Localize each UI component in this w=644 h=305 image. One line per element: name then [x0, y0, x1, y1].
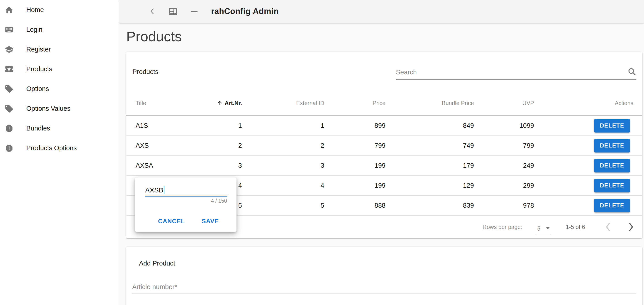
edit-title-popup: AXSB 4 / 150 CANCEL SAVE — [135, 177, 236, 232]
cell-bundle-price: 749 — [386, 142, 474, 149]
sidebar-item-label: Bundles — [26, 125, 50, 132]
report-icon — [4, 124, 14, 133]
column-header-external-id[interactable]: External ID — [242, 100, 324, 106]
cell-price: 799 — [324, 142, 386, 149]
cell-price: 199 — [324, 162, 386, 169]
table-header-row: Title Art.Nr. External ID Price Bundle P… — [126, 91, 642, 116]
previous-page-icon[interactable] — [605, 222, 611, 232]
sort-arrow-up-icon — [216, 100, 223, 106]
tag-icon — [4, 84, 14, 94]
table-row: AXS 2 2 799 749 799 DELETE — [126, 136, 642, 156]
sidebar-item-label: Register — [26, 46, 51, 53]
page-content: Products Products Title Art.Nr. E — [119, 28, 644, 305]
search-field — [396, 65, 636, 80]
cell-external-id: 3 — [242, 162, 324, 169]
table-row: AXSA 3 3 199 179 249 DELETE — [126, 156, 642, 176]
home-icon — [4, 6, 14, 15]
character-counter: 4 / 150 — [145, 198, 227, 204]
delete-button[interactable]: DELETE — [594, 199, 630, 212]
school-icon — [4, 45, 14, 54]
products-card-title: Products — [132, 68, 158, 76]
article-number-field — [132, 281, 636, 293]
cell-uvp: 249 — [474, 162, 534, 169]
sidebar-item-label: Login — [26, 26, 42, 33]
rows-per-page-label: Rows per page: — [482, 224, 522, 230]
cell-bundle-price: 839 — [386, 202, 474, 209]
ticket-star-icon — [4, 65, 14, 74]
cell-title[interactable]: AXSA — [126, 162, 194, 169]
search-icon[interactable] — [628, 67, 636, 77]
cell-uvp: 299 — [474, 182, 534, 189]
pagination-range-label: 1-5 of 6 — [566, 224, 585, 230]
main-area: rahConfig Admin Products Products Title — [119, 0, 644, 305]
delete-button[interactable]: DELETE — [594, 159, 630, 172]
sidebar-item-label: Options Values — [26, 105, 70, 112]
cell-price: 888 — [324, 202, 386, 209]
cell-uvp: 978 — [474, 202, 534, 209]
table-row: A1S 1 1 899 849 1099 DELETE — [126, 116, 642, 136]
cell-title[interactable]: AXS — [126, 142, 194, 149]
cell-artnr: 3 — [194, 162, 242, 169]
app-title: rahConfig Admin — [211, 7, 279, 16]
menu-icon[interactable] — [127, 9, 135, 14]
sidebar-item-options[interactable]: Options — [0, 79, 118, 99]
cell-uvp: 1099 — [474, 122, 534, 129]
layout-panel-icon[interactable] — [168, 8, 178, 15]
cell-external-id: 4 — [242, 182, 324, 189]
sidebar-item-bundles[interactable]: Bundles — [0, 118, 118, 138]
cell-price: 899 — [324, 122, 386, 129]
sidebar-item-label: Home — [26, 6, 44, 14]
cell-external-id: 5 — [242, 202, 324, 209]
sidebar-item-home[interactable]: Home — [0, 0, 118, 20]
column-header-actions: Actions — [534, 100, 633, 106]
cancel-button[interactable]: CANCEL — [154, 215, 189, 228]
cell-bundle-price: 849 — [386, 122, 474, 129]
tag-icon — [4, 104, 14, 113]
dropdown-arrow-icon — [545, 227, 550, 230]
products-card-header: Products — [126, 52, 642, 80]
sidebar-item-register[interactable]: Register — [0, 40, 118, 59]
right-menu-icon[interactable] — [634, 9, 641, 14]
column-header-uvp[interactable]: UVP — [474, 100, 534, 106]
sidebar-item-label: Products Options — [26, 144, 77, 152]
keyboard-icon — [4, 25, 14, 34]
sidebar: Home Login Register Products Options Opt… — [0, 0, 119, 305]
back-chevron-icon[interactable] — [149, 8, 156, 15]
cell-artnr: 1 — [194, 122, 242, 129]
delete-button[interactable]: DELETE — [594, 139, 630, 153]
cell-external-id: 1 — [242, 122, 324, 129]
column-header-title[interactable]: Title — [126, 100, 194, 106]
sidebar-item-options-values[interactable]: Options Values — [0, 99, 118, 118]
sidebar-item-products-options[interactable]: Products Options — [0, 138, 118, 158]
cell-bundle-price: 179 — [386, 162, 474, 169]
cell-artnr: 2 — [194, 142, 242, 149]
add-product-card: Add Product — [126, 247, 642, 305]
cell-price: 199 — [324, 182, 386, 189]
column-header-price[interactable]: Price — [324, 100, 386, 106]
text-cursor — [164, 186, 164, 194]
sidebar-item-products[interactable]: Products — [0, 59, 118, 79]
next-page-icon[interactable] — [628, 222, 634, 232]
delete-button[interactable]: DELETE — [594, 119, 630, 133]
app-toolbar: rahConfig Admin — [119, 0, 644, 23]
cell-bundle-price: 129 — [386, 182, 474, 189]
column-header-artnr-sorted[interactable]: Art.Nr. — [194, 100, 242, 106]
sidebar-item-login[interactable]: Login — [0, 20, 118, 40]
add-product-title: Add Product — [126, 247, 642, 267]
search-input[interactable] — [396, 69, 628, 76]
cell-title[interactable]: A1S — [126, 122, 194, 129]
minimize-icon[interactable] — [191, 11, 198, 12]
report-icon — [4, 144, 14, 153]
page-title: Products — [126, 28, 642, 45]
cell-external-id: 2 — [242, 142, 324, 149]
delete-button[interactable]: DELETE — [594, 179, 630, 192]
cell-uvp: 799 — [474, 142, 534, 149]
rows-per-page-select[interactable]: 5 — [536, 224, 551, 235]
edit-title-input[interactable]: AXSB — [145, 184, 227, 196]
save-button[interactable]: SAVE — [198, 215, 223, 228]
edit-popup-actions: CANCEL SAVE — [154, 215, 236, 228]
article-number-input[interactable] — [132, 283, 636, 293]
column-header-bundle-price[interactable]: Bundle Price — [386, 100, 474, 106]
sidebar-item-label: Options — [26, 85, 49, 93]
sidebar-item-label: Products — [26, 65, 52, 73]
